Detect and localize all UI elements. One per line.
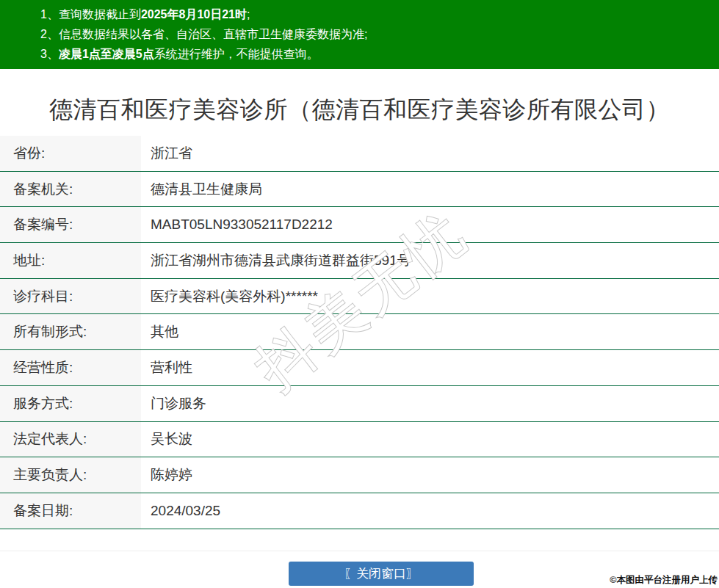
notice-banner: 1、查询数据截止到2025年8月10日21时; 2、信息数据结果以各省、自治区、… bbox=[0, 0, 719, 69]
notice-3-text: 3、 bbox=[40, 48, 59, 60]
record-table: 省份: 浙江省 备案机关: 德清县卫生健康局 备案编号: MABT05LN933… bbox=[0, 136, 719, 529]
table-row-service-mode: 服务方式: 门诊服务 bbox=[0, 386, 719, 422]
row-label: 主要负责人: bbox=[0, 457, 141, 493]
table-row-ownership: 所有制形式: 其他 bbox=[0, 314, 719, 350]
row-label: 经营性质: bbox=[0, 350, 141, 385]
notice-3-bold: 凌晨1点至凌晨5点 bbox=[59, 48, 154, 60]
notice-1-text: 1、查询数据截止到 bbox=[40, 8, 141, 21]
table-row-business-nature: 经营性质: 营利性 bbox=[0, 350, 719, 386]
table-row-record-date: 备案日期: 2024/03/25 bbox=[0, 493, 719, 529]
table-row-address: 地址: 浙江省湖州市德清县武康街道群益街591号 bbox=[0, 243, 719, 279]
table-row-province: 省份: 浙江省 bbox=[0, 136, 719, 172]
row-value: MABT05LN933052117D2212 bbox=[141, 207, 719, 242]
row-value: 营利性 bbox=[141, 350, 719, 385]
row-label: 诊疗科目: bbox=[0, 279, 141, 314]
table-row-principal: 主要负责人: 陈婷婷 bbox=[0, 457, 719, 493]
notice-1-tail: ; bbox=[247, 8, 250, 21]
table-row-record-number: 备案编号: MABT05LN933052117D2212 bbox=[0, 207, 719, 243]
row-label: 备案编号: bbox=[0, 207, 141, 242]
row-value: 门诊服务 bbox=[141, 386, 719, 421]
footer-divider bbox=[0, 551, 719, 551]
close-window-button[interactable]: 〖关闭窗口〗 bbox=[289, 562, 474, 586]
row-label: 服务方式: bbox=[0, 386, 141, 421]
notice-line-2: 2、信息数据结果以各省、自治区、直辖市卫生健康委数据为准; bbox=[40, 24, 704, 44]
row-label: 地址: bbox=[0, 243, 141, 278]
notice-2-text: 2、信息数据结果以各省、自治区、直辖市卫生健康委数据为准; bbox=[40, 28, 367, 40]
row-value: 浙江省湖州市德清县武康街道群益街591号 bbox=[141, 243, 719, 278]
upload-credit-note: ©本图由平台注册用户上传 bbox=[610, 574, 718, 587]
notice-1-bold: 2025年8月10日21时 bbox=[141, 8, 247, 21]
row-value: 2024/03/25 bbox=[141, 493, 719, 529]
row-value: 吴长波 bbox=[141, 422, 719, 457]
notice-3-tail: 系统进行维护，不能提供查询。 bbox=[154, 48, 319, 60]
row-value: 其他 bbox=[141, 314, 719, 349]
row-label: 省份: bbox=[0, 136, 141, 171]
table-row-departments: 诊疗科目: 医疗美容科(美容外科)****** bbox=[0, 279, 719, 315]
notice-line-1: 1、查询数据截止到2025年8月10日21时; bbox=[40, 4, 704, 24]
page: 1、查询数据截止到2025年8月10日21时; 2、信息数据结果以各省、自治区、… bbox=[0, 0, 719, 588]
notice-line-3: 3、凌晨1点至凌晨5点系统进行维护，不能提供查询。 bbox=[40, 44, 704, 64]
row-value: 德清县卫生健康局 bbox=[141, 172, 719, 207]
page-title: 德清百和医疗美容诊所（德清百和医疗美容诊所有限公司） bbox=[0, 94, 719, 125]
row-value: 医疗美容科(美容外科)****** bbox=[141, 279, 719, 314]
table-row-authority: 备案机关: 德清县卫生健康局 bbox=[0, 172, 719, 208]
table-row-legal-rep: 法定代表人: 吴长波 bbox=[0, 422, 719, 458]
row-label: 所有制形式: bbox=[0, 314, 141, 349]
row-label: 法定代表人: bbox=[0, 422, 141, 457]
row-label: 备案机关: bbox=[0, 172, 141, 207]
row-value: 浙江省 bbox=[141, 136, 719, 171]
row-label: 备案日期: bbox=[0, 493, 141, 529]
row-value: 陈婷婷 bbox=[141, 457, 719, 493]
